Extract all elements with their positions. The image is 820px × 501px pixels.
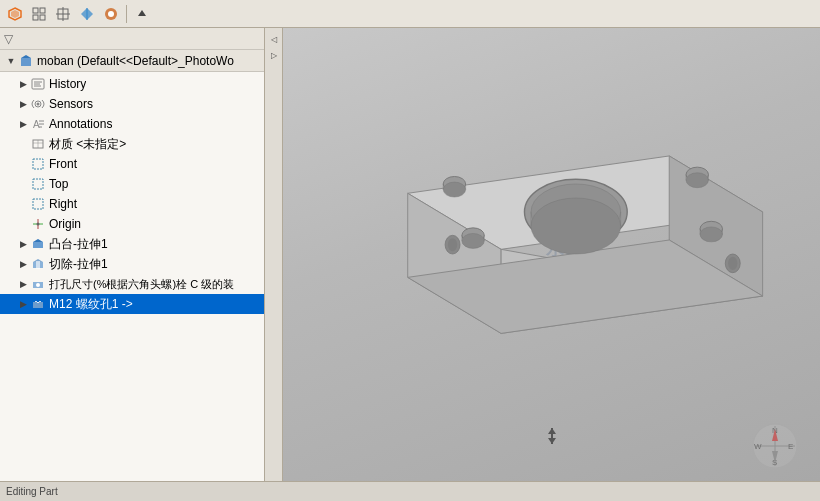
compass-rose: N S W E — [750, 421, 800, 471]
filter-bar: ▽ — [0, 28, 264, 50]
svg-rect-30 — [33, 179, 43, 189]
toolbar-btn-2[interactable] — [28, 3, 50, 25]
history-expand: ▶ — [16, 77, 30, 91]
right-label: Right — [49, 197, 77, 211]
svg-point-62 — [462, 233, 484, 248]
vtb-btn-1[interactable]: ◁ — [267, 32, 281, 46]
svg-point-12 — [108, 11, 114, 17]
toolbar-btn-arrow[interactable] — [131, 3, 153, 25]
part-container — [333, 58, 800, 421]
tree-item-boss1[interactable]: ▶ 凸台-拉伸1 — [0, 234, 264, 254]
toolbar-sep-1 — [126, 5, 127, 23]
vtb-btn-2[interactable]: ▷ — [267, 48, 281, 62]
boss1-icon — [30, 236, 46, 252]
top-label: Top — [49, 177, 68, 191]
tree-item-right[interactable]: Right — [0, 194, 264, 214]
svg-rect-14 — [21, 58, 31, 66]
sensors-label: Sensors — [49, 97, 93, 111]
material-icon — [30, 136, 46, 152]
svg-marker-75 — [548, 438, 556, 444]
svg-point-54 — [443, 182, 465, 197]
tree-item-history[interactable]: ▶ History — [0, 74, 264, 94]
sensors-icon — [30, 96, 46, 112]
svg-point-21 — [37, 103, 40, 106]
material-label: 材质 <未指定> — [49, 136, 126, 153]
history-label: History — [49, 77, 86, 91]
tree-item-annotations[interactable]: ▶ A Annotations — [0, 114, 264, 134]
svg-marker-13 — [138, 10, 146, 16]
cut1-expand: ▶ — [16, 257, 30, 271]
boss1-expand: ▶ — [16, 237, 30, 251]
svg-point-72 — [728, 256, 737, 269]
svg-point-66 — [700, 226, 722, 241]
cut1-icon — [30, 256, 46, 272]
svg-marker-36 — [33, 239, 43, 242]
svg-point-41 — [36, 283, 40, 287]
tree-root-item[interactable]: ▼ moban (Default<<Default>_PhotoWo — [0, 50, 264, 72]
tree-item-top[interactable]: Top — [0, 174, 264, 194]
history-icon — [30, 76, 46, 92]
svg-point-58 — [686, 172, 708, 187]
svg-marker-1 — [11, 10, 19, 18]
svg-text:E: E — [788, 442, 793, 451]
toolbar-btn-5[interactable] — [100, 3, 122, 25]
hole1-label: 打孔尺寸(%根据六角头螺)栓 C 级的装 — [49, 277, 234, 292]
thread1-label: M12 螺纹孔1 -> — [49, 296, 133, 313]
main-area: ▽ ▼ moban (Default<<Default>_PhotoWo ▶ — [0, 28, 820, 481]
annotations-icon: A — [30, 116, 46, 132]
origin-label: Origin — [49, 217, 81, 231]
main-toolbar — [0, 0, 820, 28]
material-expand — [16, 137, 30, 151]
filter-icon: ▽ — [4, 32, 13, 46]
svg-rect-5 — [40, 15, 45, 20]
toolbar-btn-1[interactable] — [4, 3, 26, 25]
root-expand-icon: ▼ — [4, 54, 18, 68]
svg-rect-31 — [33, 199, 43, 209]
tree-item-thread1[interactable]: ▶ M12 螺纹孔1 -> — [0, 294, 264, 314]
status-text: Editing Part — [6, 486, 58, 497]
svg-rect-29 — [33, 159, 43, 169]
status-bar: Editing Part — [0, 481, 820, 501]
svg-rect-2 — [33, 8, 38, 13]
root-label: moban (Default<<Default>_PhotoWo — [37, 54, 234, 68]
svg-rect-35 — [33, 242, 43, 248]
tree-item-origin[interactable]: Origin — [0, 214, 264, 234]
viewport[interactable]: 水风网 www.mfcad.com — [283, 28, 820, 481]
cut1-label: 切除-拉伸1 — [49, 256, 108, 273]
origin-icon — [30, 216, 46, 232]
svg-text:A: A — [33, 119, 40, 130]
svg-rect-4 — [33, 15, 38, 20]
tree-item-front[interactable]: Front — [0, 154, 264, 174]
sensors-expand: ▶ — [16, 97, 30, 111]
front-label: Front — [49, 157, 77, 171]
tree-item-material[interactable]: 材质 <未指定> — [0, 134, 264, 154]
top-plane-icon — [30, 176, 46, 192]
feature-tree[interactable]: ▶ History ▶ — [0, 72, 264, 481]
origin-expand — [16, 217, 30, 231]
drag-arrow — [542, 426, 562, 451]
svg-text:W: W — [754, 442, 762, 451]
svg-point-34 — [37, 223, 40, 226]
toolbar-btn-3[interactable] — [52, 3, 74, 25]
part-svg — [333, 70, 800, 410]
front-plane-icon — [30, 156, 46, 172]
annotations-expand: ▶ — [16, 117, 30, 131]
top-expand — [16, 177, 30, 191]
right-expand — [16, 197, 30, 211]
front-expand — [16, 157, 30, 171]
hole1-icon — [30, 276, 46, 292]
svg-rect-39 — [36, 261, 40, 269]
tree-item-cut1[interactable]: ▶ 切除-拉伸1 — [0, 254, 264, 274]
tree-item-sensors[interactable]: ▶ Sensors — [0, 94, 264, 114]
annotations-label: Annotations — [49, 117, 112, 131]
svg-point-50 — [531, 197, 621, 253]
boss1-label: 凸台-拉伸1 — [49, 236, 108, 253]
tree-item-hole1[interactable]: ▶ 打孔尺寸(%根据六角头螺)栓 C 级的装 — [0, 274, 264, 294]
left-panel: ▽ ▼ moban (Default<<Default>_PhotoWo ▶ — [0, 28, 265, 481]
toolbar-btn-4[interactable] — [76, 3, 98, 25]
svg-marker-15 — [21, 55, 31, 58]
right-plane-icon — [30, 196, 46, 212]
left-vertical-toolbar: ◁ ▷ — [265, 28, 283, 481]
hole1-expand: ▶ — [16, 277, 30, 291]
svg-point-70 — [448, 238, 457, 251]
